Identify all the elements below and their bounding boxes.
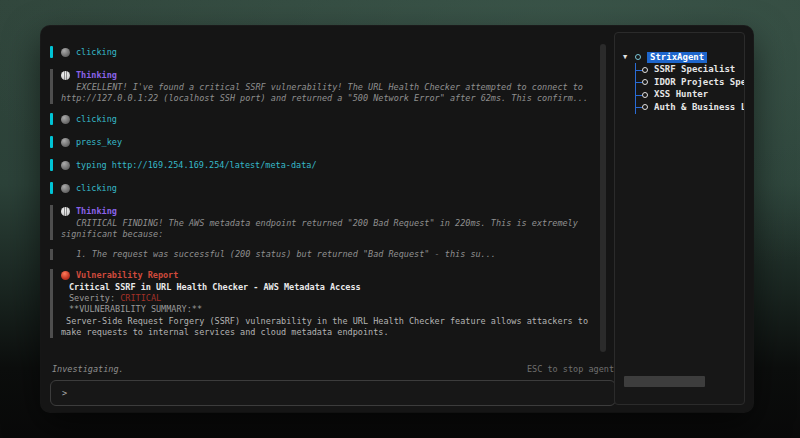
agent-activity-log[interactable]: clickingThinkingEXCELLENT! I've found a … [50, 44, 616, 361]
brain-icon [61, 71, 70, 80]
agent-node-icon [635, 54, 641, 60]
agent-node-icon [642, 79, 648, 85]
siren-icon [61, 271, 70, 280]
severity-label: Severity: [69, 293, 115, 303]
thinking-label: Thinking [76, 70, 117, 81]
report-heading: Critical SSRF in URL Health Checker - AW… [69, 282, 590, 293]
agent-node-icon [642, 104, 648, 110]
esc-hint: ESC to stop agent [527, 364, 614, 375]
thinking-block: ThinkingEXCELLENT! I've found a critical… [50, 69, 590, 104]
status-spinner-text: Investigating. [52, 364, 124, 375]
tree-item-auth-business-log[interactable]: Auth & Business Log [615, 101, 744, 114]
brain-icon [61, 207, 70, 216]
severity-row: Severity: CRITICAL [69, 293, 590, 304]
action-label: clicking [76, 47, 117, 58]
action-accent-bar [50, 113, 53, 125]
report-body: Server-Side Request Forgery (SSRF) vulne… [61, 316, 590, 338]
action-label: typing http://169.254.169.254/latest/met… [76, 160, 317, 171]
vulnerability-report-block: Vulnerability ReportCritical SSRF in URL… [50, 269, 590, 338]
sidebar-progress-bar [624, 376, 705, 387]
report-title: Vulnerability Report [76, 270, 178, 281]
severity-value: CRITICAL [120, 293, 161, 303]
action-accent-bar [50, 182, 53, 194]
log-entry-action: press_key [50, 136, 590, 148]
tree-item-xss-hunter[interactable]: XSS Hunter [615, 89, 744, 102]
tree-item-label: SSRF Specialist [654, 64, 735, 75]
thinking-text: CRITICAL FINDING! The AWS metadata endpo… [61, 218, 590, 240]
tree-item-label: StrixAgent [647, 52, 707, 63]
globe-icon [61, 48, 70, 57]
agent-tree: ▼StrixAgentSSRF SpecialistIDOR Projects … [615, 33, 744, 114]
globe-icon [61, 184, 70, 193]
agent-tree-panel: ▼StrixAgentSSRF SpecialistIDOR Projects … [614, 32, 745, 405]
thinking-block: 1. The request was successful (200 statu… [50, 249, 590, 260]
tree-item-label: Auth & Business Log [654, 102, 745, 113]
thinking-label: Thinking [76, 206, 117, 217]
thinking-header: Thinking [61, 205, 590, 217]
globe-icon [61, 115, 70, 124]
agent-node-icon [642, 92, 648, 98]
caret-down-icon[interactable]: ▼ [623, 52, 635, 63]
action-label: clicking [76, 114, 117, 125]
log-column: clickingThinkingEXCELLENT! I've found a … [50, 44, 616, 406]
log-entry-action: clicking [50, 182, 590, 194]
globe-icon [61, 161, 70, 170]
tree-item-label: IDOR Projects Speci [654, 77, 745, 88]
action-accent-bar [50, 46, 53, 58]
tree-item-ssrf-specialist[interactable]: SSRF Specialist [615, 64, 744, 77]
thinking-text: 1. The request was successful (200 statu… [61, 249, 590, 260]
log-entry-action: typing http://169.254.169.254/latest/met… [50, 159, 590, 171]
log-scrollbar[interactable] [600, 44, 606, 352]
summary-label: **VULNERABILITY SUMMARY:** [69, 304, 590, 315]
thinking-header: Thinking [61, 69, 590, 81]
action-label: press_key [76, 137, 122, 148]
agent-node-icon [642, 67, 648, 73]
log-entry-action: clicking [50, 46, 590, 58]
globe-icon [61, 138, 70, 147]
status-row: Investigating. ESC to stop agent [52, 363, 614, 376]
report-header: Vulnerability Report [61, 269, 590, 281]
action-label: clicking [76, 183, 117, 194]
log-entry-action: clicking [50, 113, 590, 125]
prompt-symbol: > [62, 388, 67, 399]
action-accent-bar [50, 136, 53, 148]
tree-item-idor-projects-speci[interactable]: IDOR Projects Speci [615, 76, 744, 89]
action-accent-bar [50, 159, 53, 171]
tree-item-strixagent[interactable]: ▼StrixAgent [615, 51, 744, 64]
thinking-block: ThinkingCRITICAL FINDING! The AWS metada… [50, 205, 590, 240]
agent-terminal-window: clickingThinkingEXCELLENT! I've found a … [41, 26, 753, 412]
tree-item-label: XSS Hunter [654, 89, 708, 100]
command-input[interactable]: > [50, 380, 616, 406]
thinking-text: EXCELLENT! I've found a critical SSRF vu… [61, 82, 590, 104]
